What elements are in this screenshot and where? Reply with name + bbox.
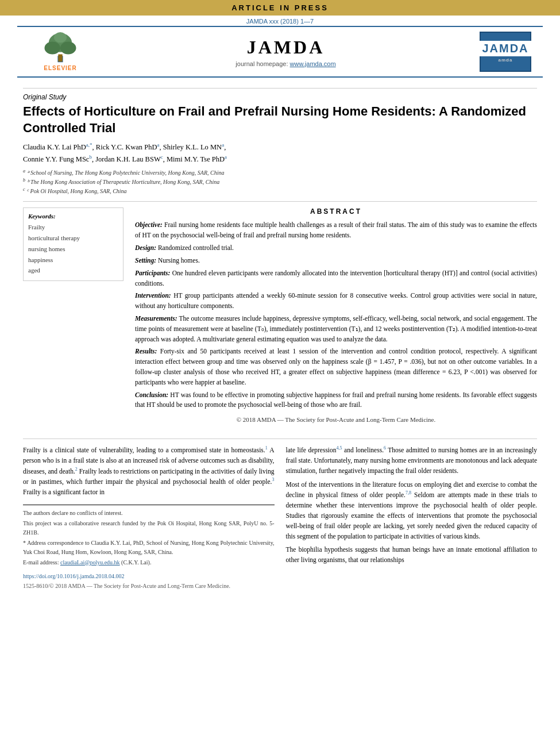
elsevier-tree-icon	[37, 32, 83, 64]
participants-text: One hundred eleven participants were ran…	[135, 270, 537, 287]
amda-sub-text: amda	[499, 57, 513, 63]
abstract: ABSTRACT Objective: Frail nursing home r…	[135, 207, 537, 425]
intervention-text: HT group participants attended a weekly …	[135, 292, 537, 309]
abstract-section: Keywords: Frailty horticultural therapy …	[23, 207, 537, 430]
authors: Claudia K.Y. Lai PhDa,*, Rick Y.C. Kwan …	[23, 141, 537, 165]
separator	[23, 201, 537, 202]
abstract-title: ABSTRACT	[135, 207, 537, 216]
affil-c: c ᶜ Pok Oi Hospital, Hong Kong, SAR, Chi…	[23, 186, 537, 195]
keywords-box: Keywords: Frailty horticultural therapy …	[23, 207, 123, 280]
affiliations: a ᵃ School of Nursing, The Hong Kong Pol…	[23, 168, 537, 196]
journal-homepage: journal homepage: www.jamda.com	[92, 60, 480, 67]
journal-header: ELSEVIER JAMDA journal homepage: www.jam…	[17, 26, 543, 78]
conclusion-label: Conclusion:	[135, 391, 168, 398]
homepage-url[interactable]: www.jamda.com	[290, 60, 336, 67]
objective-label: Objective:	[135, 221, 163, 228]
design-label: Design:	[135, 244, 156, 251]
results-text: Forty-six and 50 participants received a…	[135, 348, 537, 385]
measurements-label: Measurements:	[135, 315, 177, 322]
main-content: Original Study Effects of Horticulture o…	[0, 78, 560, 602]
homepage-text: journal homepage:	[235, 60, 288, 67]
article-in-press-banner: ARTICLE IN PRESS	[0, 0, 560, 16]
author-mimi: Mimi M.Y. Tse PhD	[167, 156, 225, 164]
affil-a: a ᵃ School of Nursing, The Hong Kong Pol…	[23, 168, 537, 177]
affil-sup-a4: a	[225, 154, 227, 160]
body-left-col: Frailty is a clinical state of vulnerabi…	[23, 445, 275, 591]
svg-rect-5	[58, 55, 62, 62]
affil-sup-a1: a,*	[86, 142, 92, 148]
abstract-measurements: Measurements: The outcome measures inclu…	[135, 314, 537, 344]
abstract-conclusion: Conclusion: HT was found to be effective…	[135, 390, 537, 411]
svg-point-2	[45, 42, 61, 55]
author-rick: Rick Y.C. Kwan PhD	[96, 143, 157, 151]
affil-a-text: ᵃ School of Nursing, The Hong Kong Polyt…	[27, 170, 225, 176]
correspondence-note: * Address correspondence to Claudia K.Y.…	[23, 539, 275, 557]
author-jordan: Jordan K.H. Lau BSW	[95, 156, 161, 164]
keyword-nursing: nursing homes	[28, 244, 118, 255]
affil-c-text: ᶜ Pok Oi Hospital, Hong Kong, SAR, China	[26, 188, 127, 194]
abstract-intervention: Intervention: HT group participants atte…	[135, 291, 537, 311]
setting-text: Nursing homes.	[158, 257, 200, 264]
body-right-col: late life depression4,5 and loneliness.6…	[286, 445, 538, 591]
abstract-results: Results: Forty-six and 50 participants r…	[135, 347, 537, 387]
abstract-col: ABSTRACT Objective: Frail nursing home r…	[135, 207, 537, 430]
svg-point-3	[60, 42, 76, 55]
journal-center: JAMDA journal homepage: www.jamda.com	[92, 37, 480, 67]
doi-line[interactable]: https://doi.org/10.1016/j.jamda.2018.04.…	[23, 572, 275, 581]
abstract-setting: Setting: Nursing homes.	[135, 256, 537, 266]
keyword-aged: aged	[28, 265, 118, 276]
design-text: Randomized controlled trial.	[158, 244, 234, 251]
ref-6: 6	[384, 445, 386, 451]
email-label: E-mail address:	[23, 559, 59, 566]
results-label: Results:	[135, 348, 157, 355]
footer-copyright: 1525-8610/© 2018 AMDA — The Society for …	[23, 582, 275, 591]
section-label: Original Study	[23, 88, 537, 101]
keyword-frailty: Frailty	[28, 222, 118, 233]
email-note-suffix: (C.K.Y. Lai).	[121, 559, 151, 566]
keyword-horticultural: horticultural therapy	[28, 233, 118, 244]
affil-b: b ᵇ The Hong Kong Association of Therape…	[23, 177, 537, 186]
ref-45: 4,5	[337, 445, 342, 451]
elsevier-logo: ELSEVIER	[29, 32, 92, 71]
author-claudia: Claudia K.Y. Lai PhD	[23, 143, 86, 151]
abstract-copyright: © 2018 AMDA — The Society for Post-Acute…	[135, 415, 537, 425]
participants-label: Participants:	[135, 270, 170, 276]
article-title: Effects of Horticulture on Frail and Pre…	[23, 103, 537, 136]
abstract-design: Design: Randomized controlled trial.	[135, 243, 537, 253]
email-note: E-mail address: claudiaLai@polyu.edu.hk …	[23, 558, 275, 567]
conflict-note: The authors declare no conflicts of inte…	[23, 509, 275, 518]
keywords-col: Keywords: Frailty horticultural therapy …	[23, 207, 123, 430]
ref-2: 2	[75, 467, 78, 472]
footer-notes: The authors declare no conflicts of inte…	[23, 505, 275, 567]
author-shirley: Shirley K.L. Lo MN	[163, 143, 222, 151]
objective-text: Frail nursing home residents face multip…	[135, 221, 537, 239]
abstract-objective: Objective: Frail nursing home residents …	[135, 220, 537, 241]
measurements-text: The outcome measures include happiness, …	[135, 315, 537, 343]
intervention-label: Intervention:	[135, 292, 171, 299]
svg-point-4	[54, 32, 67, 43]
keyword-happiness: happiness	[28, 255, 118, 266]
body-right-para2: Most of the interventions in the literat…	[286, 480, 538, 542]
author-connie: Connie Y.Y. Fung MSc	[23, 156, 89, 164]
jamda-ref-line: JAMDA xxx (2018) 1—7	[0, 16, 560, 26]
project-note: This project was a collaborative researc…	[23, 519, 275, 537]
footer-email[interactable]: claudiaLai@polyu.edu.hk	[60, 559, 120, 566]
elsevier-text: ELSEVIER	[44, 65, 76, 71]
ref-3: 3	[272, 477, 275, 482]
keywords-title: Keywords:	[28, 213, 118, 220]
body-left-text: Frailty is a clinical state of vulnerabi…	[23, 445, 275, 498]
abstract-text: Objective: Frail nursing home residents …	[135, 220, 537, 425]
jamda-logo-inner-text: JAMDA	[477, 41, 533, 56]
body-section: Frailty is a clinical state of vulnerabi…	[23, 439, 537, 591]
body-right-para1: late life depression4,5 and loneliness.6…	[286, 445, 538, 476]
body-right-para3: The biophilia hypothesis suggests that h…	[286, 545, 538, 566]
affil-b-text: ᵇ The Hong Kong Association of Therapeut…	[27, 179, 220, 185]
ref-78: 7,8	[405, 490, 411, 495]
setting-label: Setting:	[135, 257, 156, 264]
abstract-participants: Participants: One hundred eleven partici…	[135, 268, 537, 289]
ref-1: 1	[265, 445, 268, 451]
journal-name: JAMDA	[92, 37, 480, 58]
conclusion-text: HT was found to be effective in promotin…	[135, 391, 537, 409]
jamda-logo-right: JAMDA amda	[480, 32, 531, 72]
